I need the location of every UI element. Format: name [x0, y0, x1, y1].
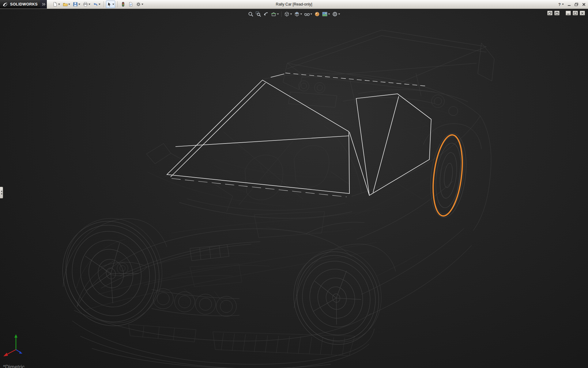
apply-scene-button[interactable] — [322, 10, 331, 18]
dropdown-caret-icon[interactable] — [78, 4, 80, 5]
appearance-ball-icon — [315, 11, 320, 17]
car-body-wireframe — [63, 30, 494, 368]
hide-show-glasses-icon — [304, 11, 310, 17]
section-view-icon — [271, 11, 277, 17]
brand-name: SOLIDWORKS — [10, 2, 38, 6]
new-document-icon — [53, 2, 58, 7]
dropdown-caret-icon[interactable] — [277, 13, 279, 15]
undo-arrow-icon — [93, 2, 98, 7]
dropdown-caret-icon[interactable] — [338, 13, 340, 15]
toolbar-separator — [117, 1, 118, 7]
dropdown-caret-icon[interactable] — [562, 4, 564, 5]
maximize-icon — [574, 12, 577, 15]
previous-view-button[interactable] — [263, 10, 270, 18]
reference-triad — [3, 334, 22, 356]
undo-button[interactable] — [92, 1, 101, 8]
zoom-to-fit-button[interactable] — [247, 10, 254, 18]
standard-toolbar — [52, 0, 144, 9]
previous-view-icon — [263, 11, 269, 17]
restore-document-button[interactable] — [554, 11, 560, 15]
close-icon — [582, 3, 586, 6]
help-icon: ? — [558, 2, 561, 7]
selected-edge-highlight[interactable] — [429, 133, 466, 218]
open-folder-icon — [63, 2, 68, 7]
print-icon — [83, 2, 88, 7]
dropdown-caret-icon[interactable] — [89, 4, 90, 5]
heads-up-view-toolbar — [247, 10, 341, 18]
dropdown-caret-icon[interactable] — [328, 13, 330, 15]
close-document-button[interactable] — [580, 11, 585, 15]
title-bar: SOLIDWORKS — [0, 0, 588, 9]
front-left-wheel-wireframe — [49, 206, 176, 339]
cascade-icon — [548, 12, 552, 15]
select-tool-button[interactable] — [106, 1, 115, 8]
toolbar-separator — [104, 1, 104, 7]
apply-scene-icon — [322, 11, 328, 17]
hide-show-items-button[interactable] — [304, 10, 313, 18]
section-view-button[interactable] — [270, 10, 280, 18]
zoom-to-area-icon — [256, 11, 261, 17]
edit-appearance-button[interactable] — [314, 10, 321, 18]
dropdown-caret-icon[interactable] — [141, 4, 143, 5]
dropdown-caret-icon[interactable] — [290, 13, 292, 15]
dropdown-caret-icon[interactable] — [99, 4, 100, 5]
help-button[interactable]: ? — [558, 2, 564, 7]
zoom-to-area-button[interactable] — [255, 10, 262, 18]
restore-icon — [575, 3, 578, 6]
display-style-button[interactable] — [284, 10, 293, 18]
highlighted-glass-edges — [167, 73, 431, 197]
maximize-document-button[interactable] — [573, 11, 578, 15]
view-orientation-button[interactable] — [294, 10, 303, 18]
controls-gap — [561, 11, 564, 15]
print-button[interactable] — [82, 1, 91, 8]
dropdown-caret-icon[interactable] — [311, 13, 312, 15]
window-controls: ? — [558, 0, 586, 9]
restore-button[interactable] — [575, 3, 578, 6]
menu-expand-button[interactable] — [40, 0, 47, 9]
cascade-windows-button[interactable] — [547, 11, 552, 15]
minimize-button[interactable] — [568, 3, 571, 6]
restore-icon — [555, 12, 559, 15]
view-settings-button[interactable] — [332, 10, 341, 18]
graphics-area[interactable]: *Dimetric — [0, 9, 588, 368]
view-orientation-label: *Dimetric — [3, 364, 25, 368]
close-icon — [581, 12, 584, 15]
featuremanager-expand-handle[interactable] — [0, 187, 3, 198]
display-style-cube-icon — [284, 11, 290, 17]
open-button[interactable] — [62, 1, 71, 8]
dropdown-caret-icon[interactable] — [68, 4, 70, 5]
new-document-button[interactable] — [52, 1, 61, 8]
double-chevron-icon — [42, 2, 45, 6]
minimize-icon — [567, 12, 570, 15]
dropdown-caret-icon[interactable] — [112, 4, 114, 5]
solidworks-logo: SOLIDWORKS — [0, 0, 40, 9]
solidworks-window: SOLIDWORKS — [0, 0, 588, 368]
document-window-controls — [547, 11, 585, 15]
options-button[interactable] — [135, 1, 144, 8]
dropdown-caret-icon[interactable] — [58, 4, 60, 5]
minimize-document-button[interactable] — [566, 11, 571, 15]
ds-swoosh-icon — [2, 2, 8, 7]
car-construction-lines — [77, 103, 456, 310]
front-right-wheel-wireframe — [284, 240, 392, 354]
rear-wheel-wireframe — [426, 131, 471, 220]
rebuild-traffic-light-icon — [121, 2, 126, 7]
save-button[interactable] — [72, 1, 81, 8]
close-button[interactable] — [582, 3, 586, 6]
options-gear-icon — [136, 2, 141, 7]
view-orientation-cube-icon — [294, 11, 300, 17]
toolbar-separator — [281, 11, 282, 17]
rally-car-wireframe-model[interactable] — [0, 9, 588, 368]
minimize-icon — [568, 5, 571, 6]
view-settings-sphere-icon — [332, 11, 338, 17]
save-floppy-icon — [73, 2, 78, 7]
file-properties-button[interactable] — [127, 1, 134, 8]
file-properties-icon — [128, 2, 133, 7]
chevron-left-icon — [1, 193, 2, 195]
chevron-left-icon — [1, 190, 2, 192]
window-title: Rally Car [Read-only] — [276, 0, 312, 9]
rebuild-button[interactable] — [120, 1, 126, 8]
zoom-to-fit-icon — [248, 11, 254, 17]
dropdown-caret-icon[interactable] — [300, 13, 302, 15]
select-cursor-icon — [107, 2, 112, 7]
